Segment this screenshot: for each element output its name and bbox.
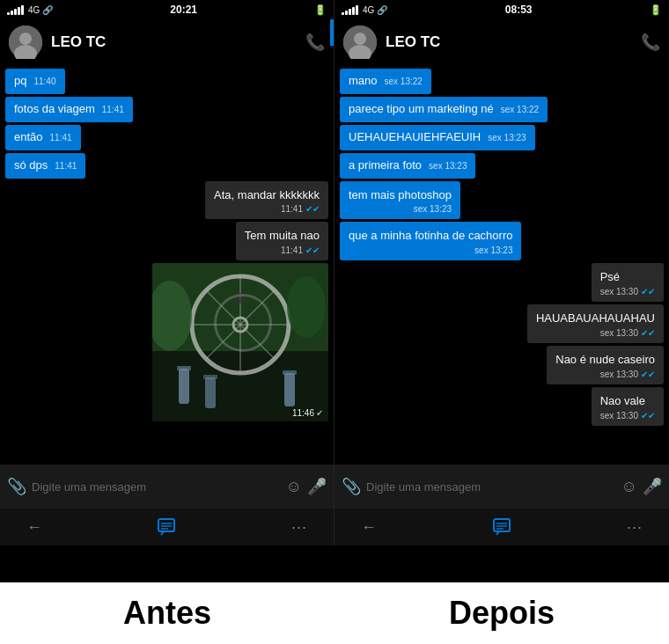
nav-chat-right[interactable]	[492, 517, 511, 537]
check-marks: ✔✔	[305, 204, 320, 214]
signal-bars-left	[7, 4, 24, 15]
msg-text: Nao é nude caseiro	[555, 353, 655, 366]
msg-time: sex 13:23	[349, 204, 452, 214]
image-placeholder: 11:46 ✔	[152, 263, 328, 421]
check-marks: ✔✔	[305, 245, 320, 255]
signal-bars-right	[342, 4, 358, 15]
emoji-icon-left[interactable]: ☺	[286, 478, 302, 496]
mic-icon-left[interactable]: 🎤	[307, 477, 327, 496]
msg-time: sex 13:30 ✔✔	[600, 287, 655, 296]
msg-text: mano	[349, 74, 378, 89]
chat-header-right: LEO TC 📞	[334, 19, 669, 65]
attach-icon-left[interactable]: 📎	[7, 477, 26, 496]
svg-point-19	[235, 293, 246, 304]
svg-rect-11	[179, 369, 189, 404]
msg-text: UEHAUEHAUIEHFAEUIH	[349, 130, 481, 145]
check-marks: ✔✔	[641, 328, 655, 338]
msg-r-2: parece tipo um marketing né sex 13:22	[340, 97, 548, 122]
wifi-icon-left: 🔗	[42, 5, 53, 15]
nav-back-right[interactable]: ←	[361, 518, 377, 537]
svg-rect-12	[177, 366, 191, 370]
msg-time: 11:41 ✔✔	[245, 245, 320, 255]
msg-text: só dps	[14, 158, 48, 173]
bottom-nav-left: ← ···	[0, 509, 334, 545]
network-type-right: 4G	[363, 5, 374, 15]
check-marks: ✔✔	[641, 411, 655, 421]
phone-after: 4G 🔗 08:53 🔋 LEO TC 📞	[334, 0, 669, 545]
svg-rect-14	[203, 375, 217, 379]
msg-text: que a minha fotinha de cachorro	[349, 229, 512, 242]
status-bar-right: 4G 🔗 08:53 🔋	[334, 0, 669, 19]
msg-received-3: então 11:41	[5, 125, 81, 150]
msg-s-1: Psé sex 13:30 ✔✔	[592, 263, 664, 302]
img-time-text: 11:46	[292, 408, 314, 418]
msg-text: Psé	[600, 270, 620, 283]
msg-s-3: Nao é nude caseiro sex 13:30 ✔✔	[547, 346, 664, 384]
svg-rect-15	[284, 373, 295, 406]
msg-s-2: HAUABAUAHAUAHAU sex 13:30 ✔✔	[527, 304, 664, 343]
message-input-left[interactable]: Digite uma mensagem	[32, 480, 281, 494]
nav-back-left[interactable]: ←	[26, 518, 42, 537]
contact-name-left: LEO TC	[51, 33, 305, 51]
battery-area-right: 🔋	[650, 4, 662, 16]
svg-point-6	[233, 318, 247, 332]
emoji-icon-right[interactable]: ☺	[621, 478, 637, 496]
svg-rect-28	[494, 519, 510, 531]
msg-r-1: mano sex 13:22	[340, 69, 431, 94]
msg-time: sex 13:23	[429, 161, 467, 171]
msg-received-1: pq 11:40	[5, 69, 65, 94]
msg-text: Tem muita nao	[245, 229, 320, 242]
msg-text: a primeira foto	[349, 158, 422, 173]
msg-time: 11:41 ✔✔	[214, 204, 320, 214]
chat-header-left: LEO TC 📞	[0, 19, 334, 65]
msg-r-5: tem mais photoshop sex 13:23	[340, 181, 460, 220]
msg-text: tem mais photoshop	[349, 188, 452, 201]
unread-indicator-left	[330, 19, 334, 46]
wifi-icon-right: 🔗	[377, 5, 387, 15]
battery-icon-right: 🔋	[650, 4, 662, 16]
svg-point-1	[19, 33, 32, 45]
label-before: Antes	[123, 595, 211, 632]
msg-received-2: fotos da viagem 11:41	[5, 97, 133, 122]
attach-icon-right[interactable]: 📎	[342, 477, 361, 496]
mic-icon-right[interactable]: 🎤	[643, 477, 662, 496]
svg-rect-13	[205, 377, 216, 408]
msg-r-3: UEHAUEHAUIEHFAEUIH sex 13:23	[340, 125, 535, 150]
svg-rect-20	[158, 519, 174, 531]
nav-more-left[interactable]: ···	[291, 518, 307, 537]
nav-chat-left[interactable]	[157, 517, 176, 537]
image-time: 11:46 ✔	[292, 408, 323, 418]
msg-image: 11:46 ✔	[152, 263, 328, 421]
message-input-right[interactable]: Digite uma mensagem	[366, 480, 616, 494]
msg-time: sex 13:22	[501, 105, 539, 114]
msg-r-6: que a minha fotinha de cachorro sex 13:2…	[340, 222, 521, 260]
msg-time: sex 13:22	[385, 77, 423, 86]
check-marks: ✔✔	[641, 370, 655, 379]
call-icon-left[interactable]: 📞	[305, 33, 325, 52]
time-left: 20:21	[170, 4, 197, 16]
img-checkmarks: ✔	[316, 408, 323, 418]
bottom-nav-right: ← ···	[334, 509, 669, 545]
labels-row: Antes Depois	[0, 582, 669, 644]
battery-icon-left: 🔋	[314, 4, 327, 16]
avatar-right	[343, 26, 377, 59]
input-bar-left[interactable]: 📎 Digite uma mensagem ☺ 🎤	[0, 465, 334, 509]
msg-text: fotos da viagem	[14, 102, 95, 117]
msg-time: sex 13:30 ✔✔	[555, 370, 655, 379]
input-bar-right[interactable]: 📎 Digite uma mensagem ☺ 🎤	[334, 465, 669, 509]
msg-time: 11:41	[55, 161, 77, 171]
nav-more-right[interactable]: ···	[627, 518, 643, 537]
label-after: Depois	[449, 595, 555, 632]
msg-sent-1: Ata, mandar kkkkkkk 11:41 ✔✔	[205, 181, 328, 220]
msg-time: sex 13:23	[488, 133, 526, 143]
call-icon-right[interactable]: 📞	[641, 33, 660, 52]
status-bar-left: 4G 🔗 20:21 🔋	[0, 0, 334, 19]
messages-area-right: mano sex 13:22 parece tipo um marketing …	[334, 65, 669, 465]
label-cell-after: Depois	[334, 582, 669, 644]
msg-time: 11:41	[50, 133, 72, 143]
svg-point-18	[287, 276, 326, 338]
msg-s-4: Nao vale sex 13:30 ✔✔	[592, 387, 664, 426]
phone-before: 4G 🔗 20:21 🔋 LEO TC 📞	[0, 0, 334, 545]
msg-time: sex 13:30 ✔✔	[600, 411, 655, 421]
svg-rect-16	[283, 370, 297, 375]
